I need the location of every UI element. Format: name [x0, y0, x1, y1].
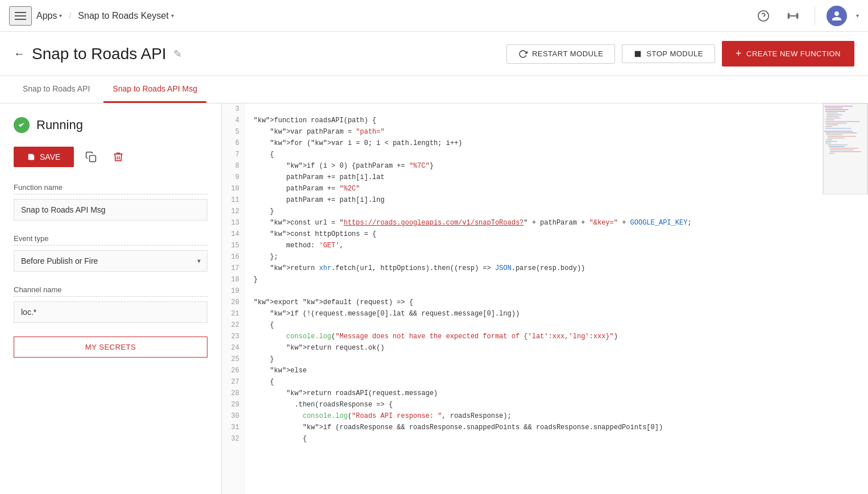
svg-rect-3	[90, 156, 96, 162]
action-row: SAVE	[14, 147, 207, 167]
svg-rect-9	[827, 114, 842, 115]
hamburger-menu[interactable]	[9, 6, 32, 26]
apps-label-text: Apps	[36, 11, 57, 21]
status-row: Running	[14, 117, 207, 133]
topnav-right: ▾	[753, 6, 859, 26]
function-name-group: Function name	[14, 183, 207, 221]
keyset-chevron-icon: ▾	[171, 13, 174, 19]
event-type-label: Event type	[14, 234, 207, 246]
my-secrets-button[interactable]: MY SECRETS	[14, 337, 207, 358]
svg-rect-16	[825, 126, 832, 127]
plus-icon: +	[736, 48, 742, 60]
topnav-divider	[815, 7, 815, 25]
svg-rect-31	[829, 153, 834, 154]
svg-rect-27	[829, 146, 845, 147]
restart-icon	[518, 49, 528, 59]
svg-rect-4	[824, 106, 853, 107]
topnav: Apps ▾ / Snap to Roads Keyset ▾ ▾	[0, 0, 868, 32]
avatar-chevron-icon[interactable]: ▾	[856, 13, 859, 19]
tab-snap-roads-api-msg[interactable]: Snap to Roads API Msg	[103, 76, 206, 103]
page-header-right: RESTART MODULE STOP MODULE + CREATE NEW …	[506, 41, 854, 67]
event-type-select[interactable]: Before Publish or Fire After Publish On …	[14, 250, 207, 272]
svg-rect-30	[830, 151, 861, 152]
svg-rect-13	[825, 121, 859, 122]
save-button[interactable]: SAVE	[14, 147, 74, 167]
svg-rect-5	[825, 107, 842, 109]
svg-rect-12	[825, 119, 834, 121]
svg-rect-18	[824, 131, 853, 132]
svg-rect-32	[823, 103, 867, 194]
nav-separator: /	[69, 11, 71, 20]
function-name-label: Function name	[14, 183, 207, 194]
page-title: Snap to Roads API	[32, 45, 167, 63]
page-header: ← Snap to Roads API ✎ RESTART MODULE STO…	[0, 32, 868, 76]
svg-rect-19	[825, 132, 857, 134]
restart-module-button[interactable]: RESTART MODULE	[506, 44, 615, 64]
main-content: Running SAVE Function name Event type	[0, 103, 868, 494]
tabs-bar: Snap to Roads API Snap to Roads API Msg	[0, 76, 868, 103]
topnav-left: Apps ▾ / Snap to Roads Keyset ▾	[9, 6, 174, 26]
edit-icon[interactable]: ✎	[173, 48, 182, 60]
create-new-function-button[interactable]: + CREATE NEW FUNCTION	[722, 41, 854, 67]
svg-rect-11	[827, 118, 841, 119]
channel-name-label: Channel name	[14, 285, 207, 297]
event-type-select-wrapper: Before Publish or Fire After Publish On …	[14, 250, 207, 272]
svg-rect-25	[825, 143, 831, 144]
stop-module-button[interactable]: STOP MODULE	[622, 44, 715, 63]
user-avatar[interactable]	[827, 6, 847, 26]
stop-icon	[634, 50, 642, 58]
code-content[interactable]: "kw">function roadsAPI(path) { "kw">var …	[244, 103, 868, 494]
tab-snap-roads-api[interactable]: Snap to Roads API	[14, 76, 99, 103]
channel-name-group: Channel name	[14, 285, 207, 323]
apps-link[interactable]: Apps ▾	[36, 11, 62, 21]
svg-rect-14	[825, 123, 847, 124]
svg-rect-15	[827, 124, 838, 126]
svg-rect-21	[828, 136, 856, 137]
svg-rect-24	[825, 141, 837, 142]
svg-rect-17	[825, 128, 851, 129]
back-button[interactable]: ←	[14, 47, 25, 60]
apps-chevron-icon: ▾	[59, 13, 62, 19]
function-name-input[interactable]	[14, 199, 207, 221]
help-button[interactable]	[753, 6, 774, 26]
event-type-group: Event type Before Publish or Fire After …	[14, 234, 207, 272]
svg-rect-2	[635, 51, 641, 57]
svg-rect-20	[827, 134, 842, 135]
announce-button[interactable]	[783, 6, 803, 26]
svg-rect-22	[828, 138, 845, 139]
svg-rect-23	[827, 139, 832, 140]
status-text: Running	[36, 118, 83, 132]
svg-rect-28	[830, 148, 858, 149]
copy-button[interactable]	[81, 147, 101, 167]
running-status-icon	[14, 117, 30, 133]
svg-rect-6	[825, 109, 848, 110]
page-header-left: ← Snap to Roads API ✎	[14, 45, 182, 63]
svg-rect-10	[827, 116, 839, 117]
minimap-svg	[823, 103, 868, 194]
channel-name-input[interactable]	[14, 301, 207, 323]
minimap	[823, 103, 868, 194]
code-area[interactable]: 3456789101112131415161718192021222324252…	[222, 103, 868, 494]
svg-rect-7	[825, 111, 845, 112]
svg-rect-8	[827, 113, 838, 114]
keyset-link[interactable]: Snap to Roads Keyset ▾	[78, 11, 173, 21]
left-panel: Running SAVE Function name Event type	[0, 103, 222, 494]
line-numbers: 3456789101112131415161718192021222324252…	[222, 103, 244, 494]
svg-rect-29	[830, 150, 854, 151]
save-icon	[27, 153, 35, 161]
delete-button[interactable]	[108, 147, 128, 167]
svg-rect-26	[828, 144, 848, 146]
keyset-label-text: Snap to Roads Keyset	[78, 11, 168, 21]
code-editor: 3456789101112131415161718192021222324252…	[222, 103, 868, 494]
